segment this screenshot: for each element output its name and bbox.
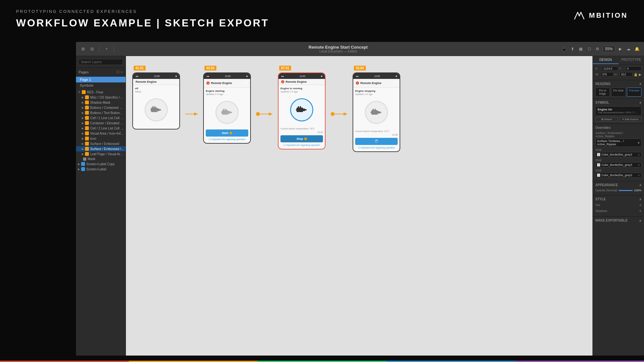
phone-close-3[interactable]: ✕	[281, 80, 284, 83]
toolbar-device-icon[interactable]: 📱	[561, 46, 567, 52]
page-1-item[interactable]: Page 1	[76, 77, 126, 82]
svg-rect-11	[223, 109, 224, 110]
toolbar-view-icon-1[interactable]: ⊞	[80, 46, 86, 52]
resizing-title: RESIZING ∧	[595, 82, 641, 86]
header-subtitle: PROTOTYPING CONNECTED EXPERIENCES	[16, 9, 269, 14]
phone-stop-button[interactable]: Stop	[280, 135, 323, 142]
opacity-value: 100%	[634, 189, 641, 192]
arrow-dot-3	[331, 112, 335, 116]
w-value[interactable]: 375	[601, 72, 613, 77]
toolbar-cloud-icon[interactable]: ☁	[625, 46, 632, 52]
toolbar-view-icon-2[interactable]: ⊟	[89, 46, 95, 52]
toolbar-layout-icon[interactable]: ▦	[578, 46, 584, 52]
shadows-add-btn[interactable]: +	[639, 209, 641, 213]
zoom-level[interactable]: 55%	[603, 46, 615, 52]
phone-close-4[interactable]: ✕	[356, 81, 359, 85]
layer-buttons-text[interactable]: ▶ Buttons / Text Button /...	[76, 110, 126, 115]
flip-icon[interactable]: ▶	[639, 73, 641, 76]
layer-text: Cell / 2 Line List Cell /...	[90, 127, 124, 130]
toolbar-sep-2	[114, 46, 114, 52]
layer-surface-embossed[interactable]: ▶ Surface / Embossed	[76, 141, 126, 146]
layers-section: ▼ RES - Flow ▶ Misc / OS Specifics / I..…	[76, 88, 126, 356]
layer-surface-embossed-selected[interactable]: ▶ Surface / Embossed /...	[76, 146, 126, 151]
lock-ratio-icon[interactable]: 🔒	[634, 73, 638, 76]
style-section: STYLE ∧ Tint + Shadows +	[593, 195, 644, 217]
phone-close-2[interactable]: ✕	[206, 81, 210, 85]
resizing-collapse-icon[interactable]: ∧	[639, 82, 641, 86]
override-color-2[interactable]: Color_Border|his_grey3 ∨	[595, 152, 641, 157]
appearance-collapse-icon[interactable]: ∧	[639, 183, 641, 187]
toolbar-play-icon[interactable]: ▶	[617, 46, 623, 52]
layer-icon	[85, 95, 89, 99]
arrow-svg-3	[335, 111, 347, 117]
edit-source-btn[interactable]: ✏ Edit Source	[619, 117, 642, 122]
canvas-area[interactable]: 01.01 ●● 12:00 ■ Remote Engine off Statu	[126, 56, 592, 356]
toolbar-connect-icon[interactable]: ⬡	[586, 46, 592, 52]
layer-icon[interactable]: ▶ Icon	[76, 136, 126, 141]
phone-time-4: 12:00	[374, 75, 380, 77]
svg-rect-24	[371, 110, 378, 115]
layer-container-elevated[interactable]: ▶ Container / Elevated S...	[76, 120, 126, 126]
pages-info-icon[interactable]: ⓘ ∨	[116, 70, 123, 74]
layer-shadow-mask[interactable]: ▶ Shadow Mask	[76, 100, 126, 105]
layer-text: Visual Area / Icon+Inf...	[90, 132, 124, 135]
panel-tabs: DESIGN PROTOTYPE	[593, 56, 644, 64]
symbols-page-item[interactable]: Symbols	[76, 82, 126, 88]
button-indicator	[230, 132, 232, 134]
toolbar-add-icon[interactable]: ＋	[103, 46, 110, 52]
phone-start-button[interactable]: Start	[206, 129, 248, 137]
layer-icon	[85, 126, 89, 130]
right-panel: DESIGN PROTOTYPE X 1124.5 Y 0 W 375 H 81…	[592, 56, 644, 356]
layer-expand-icon: ▶	[82, 142, 84, 145]
y-value[interactable]: 0	[625, 66, 641, 71]
color-swatch-2	[597, 153, 600, 156]
prototype-tab[interactable]: PROTOTYPE	[619, 56, 644, 64]
phone-carrier-1: ●●	[136, 75, 138, 77]
h-value[interactable]: 812	[620, 72, 632, 77]
layer-screen-label-copy[interactable]: ▶ Screen+Label Copy	[76, 161, 126, 167]
layer-mask[interactable]: Mask	[76, 157, 126, 161]
phone-status-msg-3: Engine is running	[280, 87, 323, 90]
search-layers-input[interactable]	[79, 59, 123, 65]
layer-leaf-page[interactable]: ▶ Leaf Page / Visual Are...	[76, 151, 126, 157]
button-indicator-3	[304, 138, 307, 140]
detach-btn[interactable]: ⊞ Detach	[595, 117, 618, 122]
tint-add-btn[interactable]: +	[639, 203, 641, 207]
preview-btn[interactable]: Preview	[627, 88, 641, 97]
svg-rect-0	[151, 108, 157, 112]
layer-text: Screen+Label	[86, 167, 124, 171]
toolbar-notification-icon[interactable]: 🔔	[634, 46, 640, 52]
toolbar-more-icons[interactable]: ⚙	[594, 46, 601, 52]
design-tab[interactable]: DESIGN	[593, 56, 619, 64]
toolbar-share-icon[interactable]: ⬆	[569, 46, 576, 52]
layer-cell-2line[interactable]: ▶ Cell / 2 Line List Cell /...	[76, 126, 126, 131]
phone-temp-4: Current interior temperature: 22°C	[355, 129, 398, 133]
pin-to-edge-btn[interactable]: Pin to Edge	[595, 88, 610, 97]
layer-misc-os[interactable]: ▶ Misc / OS Specifics / I...	[76, 95, 126, 100]
phone-spinning-button[interactable]	[355, 138, 398, 145]
x-value[interactable]: 1124.5	[602, 66, 618, 71]
layer-visual-area[interactable]: ▶ Visual Area / Icon+Inf...	[76, 131, 126, 136]
override-color-4[interactable]: Color_Border|his_grey3 ∨	[595, 173, 641, 178]
opacity-slider[interactable]	[619, 190, 633, 191]
override-arrow-1: ∨	[638, 141, 640, 144]
phone-body-2: Engine starting Updated 1 hr ago	[204, 88, 250, 143]
fix-size-btn[interactable]: Fix Size	[611, 88, 626, 97]
layer-res-flow[interactable]: ▼ RES - Flow	[76, 90, 126, 95]
tint-row: Tint +	[595, 203, 641, 207]
override-select-1[interactable]: Surface / Emboss... / Active_Rippies ∨	[595, 138, 641, 147]
style-collapse-icon[interactable]: ∧	[639, 197, 641, 201]
export-add-btn[interactable]: +	[639, 219, 641, 223]
appearance-label: APPEARANCE	[595, 183, 618, 187]
export-label: MAKE EXPORTABLE	[595, 219, 628, 223]
color-swatch-4	[597, 174, 600, 177]
layer-icon	[81, 167, 85, 171]
override-color-3[interactable]: Color_Border|his_grey3 ∨	[595, 162, 641, 167]
symbol-collapse-icon[interactable]: ∧	[639, 101, 641, 104]
layer-text: Misc / OS Specifics / I...	[90, 96, 124, 99]
layer-cell-1line[interactable]: ▶ Cell / 1 Line List Cell /...	[76, 115, 126, 120]
phone-header-4: ✕ Remote Engine	[353, 79, 400, 88]
svg-rect-20	[300, 106, 301, 108]
layer-screen-label[interactable]: ▶ Screen+Label	[76, 167, 126, 172]
layer-buttons-contained[interactable]: ▶ Buttons / Contained B...	[76, 105, 126, 110]
